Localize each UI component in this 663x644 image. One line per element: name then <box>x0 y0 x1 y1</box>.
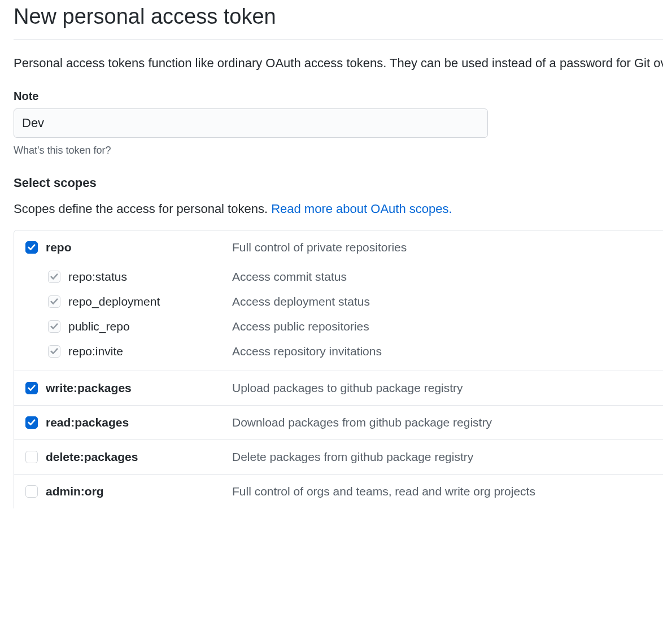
scope-checkbox-read-packages[interactable] <box>25 416 38 429</box>
scope-desc: Access public repositories <box>232 320 369 333</box>
note-label: Note <box>14 90 663 103</box>
check-icon <box>50 347 58 355</box>
scope-row-repo: repo Full control of private repositorie… <box>14 230 663 264</box>
page-title: New personal access token <box>14 5 663 40</box>
scope-row-repo-status: repo:status Access commit status <box>14 264 663 289</box>
check-icon <box>28 243 36 251</box>
scope-desc: Upload packages to github package regist… <box>232 381 463 395</box>
scope-row-repo-deployment: repo_deployment Access deployment status <box>14 289 663 314</box>
scopes-intro-link[interactable]: Read more about OAuth scopes. <box>271 202 452 216</box>
intro-text: Personal access tokens function like ord… <box>14 53 663 73</box>
scope-name: repo_deployment <box>68 295 232 308</box>
note-hint: What's this token for? <box>14 145 663 156</box>
scope-name: repo <box>46 241 232 254</box>
scope-desc: Full control of private repositories <box>232 241 407 254</box>
scope-checkbox-delete-packages[interactable] <box>25 451 38 463</box>
scope-checkbox-public-repo[interactable] <box>48 320 60 333</box>
note-input[interactable] <box>14 108 488 138</box>
scope-checkbox-admin-org[interactable] <box>25 485 38 498</box>
check-icon <box>28 384 36 392</box>
scope-desc: Access repository invitations <box>232 345 382 358</box>
scopes-table: repo Full control of private repositorie… <box>14 230 663 508</box>
scope-name: delete:packages <box>46 450 232 464</box>
scope-group-repo: repo Full control of private repositorie… <box>14 230 663 371</box>
scope-name: admin:org <box>46 485 232 498</box>
scopes-intro-prefix: Scopes define the access for personal to… <box>14 202 271 216</box>
scope-desc: Access deployment status <box>232 295 370 308</box>
check-icon <box>28 419 36 427</box>
scope-row-read-packages: read:packages Download packages from git… <box>14 406 663 440</box>
check-icon <box>50 273 58 281</box>
scopes-heading: Select scopes <box>14 176 663 190</box>
check-icon <box>50 323 58 330</box>
intro-prefix: Personal access tokens function like ord… <box>14 56 663 70</box>
scope-checkbox-repo-status[interactable] <box>48 271 60 283</box>
scope-desc: Download packages from github package re… <box>232 416 492 429</box>
scope-row-admin-org: admin:org Full control of orgs and teams… <box>14 475 663 508</box>
scope-checkbox-repo-deployment[interactable] <box>48 295 60 308</box>
scope-name: repo:invite <box>68 345 232 358</box>
scope-name: repo:status <box>68 270 232 284</box>
scope-name: write:packages <box>46 381 232 395</box>
scope-checkbox-repo-invite[interactable] <box>48 345 60 358</box>
scope-row-delete-packages: delete:packages Delete packages from git… <box>14 440 663 475</box>
scope-desc: Full control of orgs and teams, read and… <box>232 485 535 498</box>
scopes-intro: Scopes define the access for personal to… <box>14 202 663 216</box>
scope-row-repo-invite: repo:invite Access repository invitation… <box>14 339 663 364</box>
scope-checkbox-write-packages[interactable] <box>25 382 38 394</box>
scope-row-write-packages: write:packages Upload packages to github… <box>14 371 663 406</box>
scope-checkbox-repo[interactable] <box>25 241 38 254</box>
scope-name: read:packages <box>46 416 232 429</box>
scope-row-public-repo: public_repo Access public repositories <box>14 314 663 339</box>
check-icon <box>50 298 58 306</box>
scope-desc: Delete packages from github package regi… <box>232 450 473 464</box>
scope-desc: Access commit status <box>232 270 347 284</box>
scope-name: public_repo <box>68 320 232 333</box>
